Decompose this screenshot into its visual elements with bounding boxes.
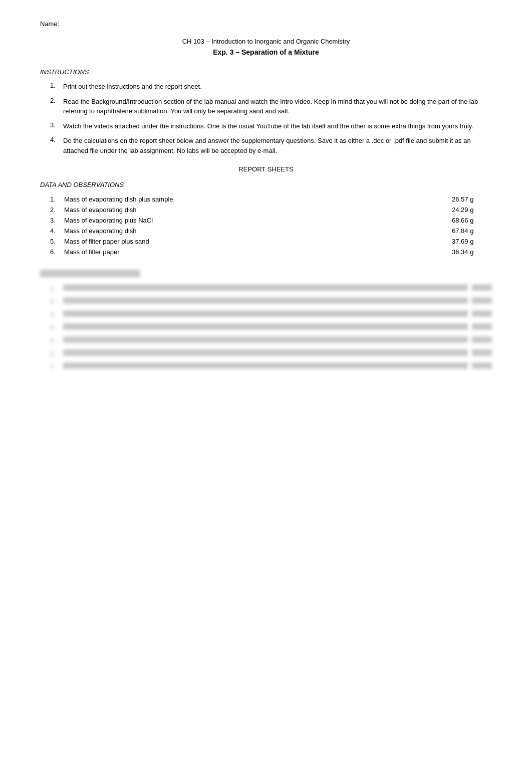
blurred-num: 7. xyxy=(50,363,59,370)
blurred-row: 2. xyxy=(40,297,492,305)
data-row: 3. Mass of evaporating plus NaCl 68.66 g xyxy=(40,217,492,224)
row-value: 67.84 g xyxy=(452,227,492,235)
row-label: Mass of evaporating plus NaCl xyxy=(64,217,452,224)
instruction-num: 4. xyxy=(50,136,59,155)
instruction-text: Do the calculations on the report sheet … xyxy=(63,136,492,155)
blurred-label xyxy=(63,349,468,356)
instructions-label: INSTRUCTIONS xyxy=(40,68,492,76)
instruction-num: 1. xyxy=(50,82,59,92)
row-number: 1. xyxy=(50,196,64,203)
blurred-num: 5. xyxy=(50,337,59,344)
blurred-label xyxy=(63,310,468,317)
row-value: 68.66 g xyxy=(452,217,492,224)
data-row: 1. Mass of evaporating dish plus sample … xyxy=(40,196,492,203)
instruction-item: 2.Read the Background/Introduction secti… xyxy=(50,97,492,116)
row-label: Mass of filter paper plus sand xyxy=(64,238,452,245)
row-label: Mass of evaporating dish xyxy=(64,206,452,214)
blurred-value xyxy=(472,284,492,291)
blurred-num: 1. xyxy=(50,285,59,292)
instruction-item: 3.Watch the videos attached under the in… xyxy=(50,121,492,131)
blurred-label xyxy=(63,297,468,304)
row-number: 6. xyxy=(50,248,64,256)
blurred-row: 7. xyxy=(40,362,492,370)
exp-title: Exp. 3 – Separation of a Mixture xyxy=(40,48,492,56)
instruction-item: 1.Print out these instructions and the r… xyxy=(50,82,492,92)
data-table: 1. Mass of evaporating dish plus sample … xyxy=(40,196,492,256)
blurred-value xyxy=(472,310,492,317)
blurred-num: 4. xyxy=(50,324,59,331)
blurred-label xyxy=(63,323,468,330)
row-value: 37.69 g xyxy=(452,238,492,245)
course-title: CH 103 – Introduction to Inorganic and O… xyxy=(40,38,492,45)
row-number: 3. xyxy=(50,217,64,224)
row-number: 4. xyxy=(50,227,64,235)
blurred-row: 5. xyxy=(40,336,492,344)
data-observations-label: DATA AND OBSERVATIONS xyxy=(40,181,492,188)
row-label: Mass of filter paper xyxy=(64,248,452,256)
instruction-item: 4.Do the calculations on the report shee… xyxy=(50,136,492,155)
name-label: Name: xyxy=(40,20,59,28)
name-line: Name: xyxy=(40,20,492,28)
data-row: 6. Mass of filter paper 36.34 g xyxy=(40,248,492,256)
blurred-row: 6. xyxy=(40,349,492,357)
instruction-text: Print out these instructions and the rep… xyxy=(63,82,202,92)
instruction-text: Watch the videos attached under the inst… xyxy=(63,121,473,131)
row-label: Mass of evaporating dish xyxy=(64,227,452,235)
row-label: Mass of evaporating dish plus sample xyxy=(64,196,452,203)
row-number: 2. xyxy=(50,206,64,214)
instructions-list: 1.Print out these instructions and the r… xyxy=(40,82,492,155)
report-sheets-title: REPORT SHEETS xyxy=(40,165,492,173)
blurred-label xyxy=(63,284,468,291)
blurred-row: 4. xyxy=(40,323,492,331)
row-value: 26.57 g xyxy=(452,196,492,203)
data-row: 2. Mass of evaporating dish 24.29 g xyxy=(40,206,492,214)
blurred-num: 3. xyxy=(50,311,59,318)
instruction-num: 3. xyxy=(50,121,59,131)
blurred-value xyxy=(472,297,492,304)
data-row: 5. Mass of filter paper plus sand 37.69 … xyxy=(40,238,492,245)
blurred-value xyxy=(472,336,492,343)
row-value: 24.29 g xyxy=(452,206,492,214)
row-number: 5. xyxy=(50,238,64,245)
instruction-num: 2. xyxy=(50,97,59,116)
blurred-value xyxy=(472,362,492,369)
row-value: 36.34 g xyxy=(452,248,492,256)
instruction-text: Read the Background/Introduction section… xyxy=(63,97,492,116)
data-row: 4. Mass of evaporating dish 67.84 g xyxy=(40,227,492,235)
blurred-label xyxy=(63,336,468,343)
blurred-label xyxy=(63,362,468,369)
blurred-num: 2. xyxy=(50,298,59,305)
blurred-value xyxy=(472,349,492,356)
blurred-value xyxy=(472,323,492,330)
blurred-row: 1. xyxy=(40,284,492,292)
blurred-calculations-section: CALCULATIONS AND RESULTS 1. 2. 3. 4. 5. … xyxy=(40,270,492,370)
blurred-row: 3. xyxy=(40,310,492,318)
blurred-num: 6. xyxy=(50,350,59,357)
